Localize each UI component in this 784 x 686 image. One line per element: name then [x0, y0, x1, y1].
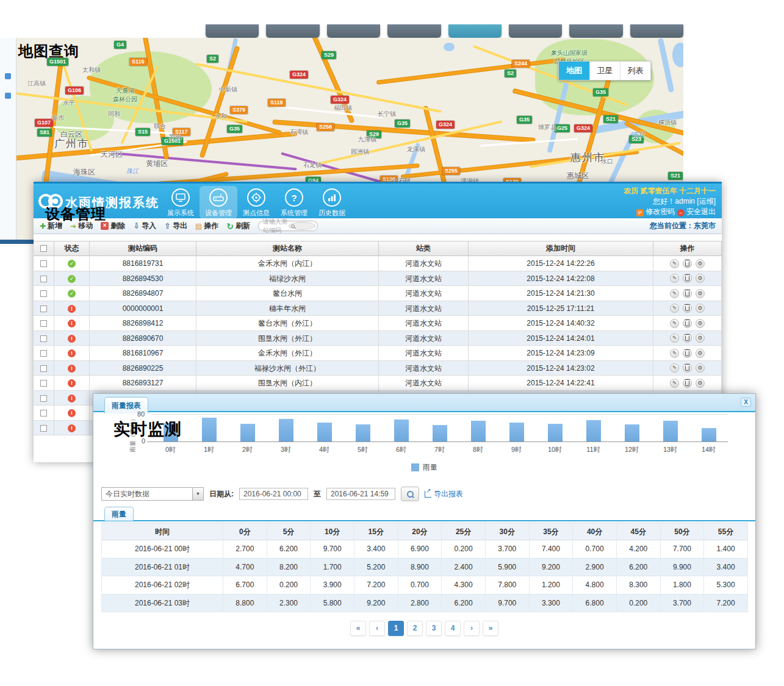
- row-checkbox[interactable]: [40, 395, 47, 402]
- export-report-link[interactable]: 导出报表: [425, 489, 463, 499]
- settings-gear-icon[interactable]: ⚙: [696, 334, 705, 343]
- map-button[interactable]: 地图: [559, 62, 589, 80]
- top-tab[interactable]: [448, 24, 502, 38]
- device-icon: [209, 188, 228, 207]
- edit-icon[interactable]: ✎: [670, 304, 679, 313]
- pager-page-button[interactable]: 2: [407, 621, 423, 636]
- pager-nav-button[interactable]: «: [350, 621, 366, 636]
- row-checkbox[interactable]: [40, 410, 47, 416]
- top-tab[interactable]: [630, 24, 683, 38]
- trash-icon[interactable]: [683, 289, 692, 298]
- row-checkbox[interactable]: [40, 305, 47, 312]
- tab-rain[interactable]: 雨量: [104, 507, 134, 521]
- nav-item-station-info[interactable]: 测点信息: [237, 186, 275, 219]
- settings-gear-icon[interactable]: ⚙: [696, 259, 705, 268]
- row-checkbox[interactable]: [40, 380, 47, 387]
- change-password-link[interactable]: 修改密码: [646, 207, 675, 216]
- top-tab[interactable]: [266, 24, 319, 38]
- row-checkbox[interactable]: [40, 290, 47, 297]
- station-search-input[interactable]: 请输入测站编码: [258, 221, 318, 231]
- status-cell: !: [54, 316, 90, 331]
- search-icon[interactable]: [289, 222, 315, 230]
- settings-gear-icon[interactable]: ⚙: [696, 274, 705, 283]
- trash-icon[interactable]: [683, 334, 692, 343]
- trash-icon[interactable]: [683, 349, 692, 358]
- chart-bar-slot: [305, 414, 343, 441]
- row-checkbox[interactable]: [40, 335, 47, 342]
- select-all-checkbox[interactable]: [40, 245, 47, 252]
- settings-gear-icon[interactable]: ⚙: [696, 289, 705, 298]
- map-label-town: 园洲镇: [351, 148, 369, 156]
- status-error-icon: !: [68, 320, 76, 327]
- pager-page-button[interactable]: 3: [426, 621, 442, 636]
- row-checkbox[interactable]: [40, 276, 47, 282]
- edit-icon[interactable]: ✎: [670, 379, 679, 388]
- pager-nav-button[interactable]: ‹: [369, 621, 385, 636]
- station-code-cell: 8826893127: [90, 376, 196, 391]
- nav-item-device-management[interactable]: 设备管理: [200, 186, 237, 219]
- pager-page-button[interactable]: 4: [445, 621, 461, 636]
- rail-marker-icon[interactable]: [5, 93, 11, 99]
- import-button[interactable]: ⇩导入: [133, 221, 156, 231]
- top-tab[interactable]: [387, 24, 441, 38]
- settings-gear-icon[interactable]: ⚙: [696, 379, 705, 388]
- rain-column-header: 50分: [661, 523, 705, 540]
- pager-page-button[interactable]: 1: [388, 621, 404, 636]
- chevron-down-icon[interactable]: ▼: [192, 488, 203, 500]
- row-checkbox[interactable]: [40, 320, 47, 327]
- row-checkbox[interactable]: [40, 260, 47, 267]
- nav-item-display-system[interactable]: 展示系统: [162, 186, 200, 219]
- top-tab[interactable]: [327, 24, 380, 38]
- nav-item-system-management[interactable]: ? 系统管理: [275, 186, 313, 219]
- edit-icon[interactable]: ✎: [670, 349, 679, 358]
- rain-column-header: 10分: [311, 523, 354, 540]
- logout-link[interactable]: 安全退出: [686, 207, 716, 216]
- settings-gear-icon[interactable]: ⚙: [696, 304, 705, 313]
- edit-icon[interactable]: ✎: [670, 319, 679, 328]
- chart-bar-slot: [651, 414, 689, 441]
- trash-icon[interactable]: [683, 304, 692, 313]
- settings-gear-icon[interactable]: ⚙: [696, 349, 705, 358]
- trash-icon[interactable]: [683, 379, 692, 388]
- edit-icon[interactable]: ✎: [670, 363, 679, 373]
- data-mode-select[interactable]: 今日实时数据 ▼: [101, 487, 204, 501]
- close-icon[interactable]: X: [741, 398, 751, 407]
- trash-icon[interactable]: [683, 274, 692, 283]
- top-tab[interactable]: [569, 24, 622, 38]
- satellite-button[interactable]: 卫星: [589, 62, 620, 80]
- pager-nav-button[interactable]: »: [483, 621, 498, 636]
- query-button[interactable]: [401, 487, 419, 501]
- nav-item-history-data[interactable]: 历史数据: [313, 186, 351, 219]
- operate-button[interactable]: ▤操作: [195, 221, 218, 231]
- row-checkbox-cell: [34, 376, 54, 391]
- rail-marker-icon[interactable]: [5, 73, 11, 79]
- date-to-input[interactable]: 2016-06-21 14:59: [326, 488, 395, 500]
- chart-bar-slot: [228, 414, 267, 441]
- settings-gear-icon[interactable]: ⚙: [696, 363, 705, 373]
- chart-bar-slot: [613, 414, 651, 441]
- settings-gear-icon[interactable]: ⚙: [696, 319, 705, 328]
- edit-icon[interactable]: ✎: [670, 274, 679, 283]
- list-button[interactable]: 列表: [620, 62, 650, 80]
- rain-value-cell: 4.300: [442, 576, 486, 595]
- top-tab[interactable]: [509, 24, 562, 38]
- trash-icon[interactable]: [683, 259, 692, 268]
- refresh-button[interactable]: ↻刷新: [226, 221, 250, 231]
- row-checkbox[interactable]: [40, 350, 47, 357]
- edit-icon[interactable]: ✎: [670, 289, 679, 298]
- top-tab[interactable]: [206, 24, 259, 38]
- edit-icon[interactable]: ✎: [670, 334, 679, 343]
- rain-value-cell: 5.900: [486, 559, 530, 577]
- date-from-input[interactable]: 2016-06-21 00:00: [239, 488, 308, 500]
- row-checkbox[interactable]: [40, 365, 47, 372]
- top-tab-strip: [206, 24, 683, 38]
- edit-icon[interactable]: ✎: [670, 259, 679, 268]
- row-checkbox[interactable]: [40, 425, 47, 432]
- row-checkbox-cell: [34, 316, 54, 331]
- x-tick-label: 1时: [190, 445, 228, 454]
- trash-icon[interactable]: [683, 363, 692, 373]
- export-button[interactable]: ⇧导出: [164, 221, 187, 231]
- pager-nav-button[interactable]: ›: [464, 621, 480, 636]
- map-water: [672, 43, 683, 67]
- trash-icon[interactable]: [683, 319, 692, 328]
